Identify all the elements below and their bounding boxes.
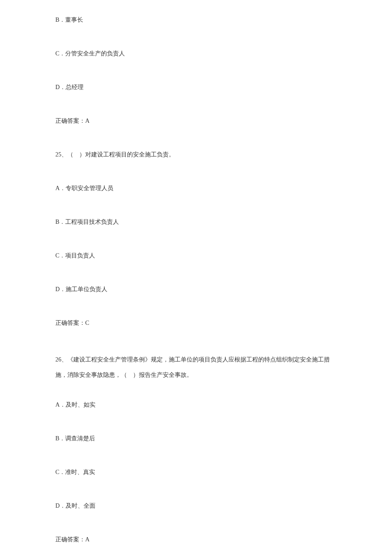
q24-option-c: C．分管安全生产的负责人 xyxy=(55,49,337,58)
q24-answer: 正确答案：A xyxy=(55,116,337,125)
q26-stem: 26、《建设工程安全生产管理条例》规定，施工单位的项目负责人应根据工程的特点组织… xyxy=(55,352,337,383)
q26-answer: 正确答案：A xyxy=(55,535,337,544)
q25-answer: 正确答案：C xyxy=(55,318,337,327)
q25-option-c: C．项目负责人 xyxy=(55,251,337,260)
q25-option-b: B．工程项目技术负责人 xyxy=(55,217,337,226)
q25-option-a: A．专职安全管理人员 xyxy=(55,184,337,193)
q26-option-d: D．及时、全面 xyxy=(55,501,337,510)
q26-option-b: B．调查清楚后 xyxy=(55,434,337,443)
q26-option-a: A．及时、如实 xyxy=(55,400,337,409)
q26-option-c: C．准时、真实 xyxy=(55,468,337,477)
q24-option-b: B．董事长 xyxy=(55,15,337,24)
q25-option-d: D．施工单位负责人 xyxy=(55,285,337,294)
q25-stem: 25、（ ）对建设工程项目的安全施工负责。 xyxy=(55,150,337,159)
q24-option-d: D．总经理 xyxy=(55,83,337,92)
